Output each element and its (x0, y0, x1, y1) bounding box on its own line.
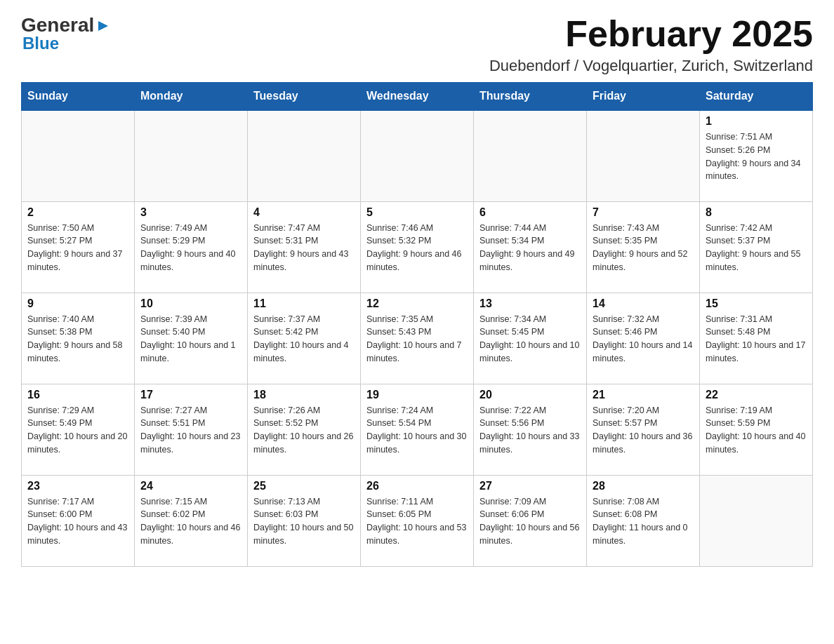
svg-marker-0 (98, 21, 108, 31)
calendar-cell: 10Sunrise: 7:39 AM Sunset: 5:40 PM Dayli… (135, 293, 248, 384)
day-number: 15 (706, 297, 807, 310)
calendar-cell: 18Sunrise: 7:26 AM Sunset: 5:52 PM Dayli… (248, 384, 361, 475)
day-info: Sunrise: 7:11 AM Sunset: 6:05 PM Dayligh… (366, 495, 468, 548)
calendar-cell: 11Sunrise: 7:37 AM Sunset: 5:42 PM Dayli… (248, 293, 361, 384)
logo-arrow-icon (95, 18, 111, 34)
calendar-cell: 26Sunrise: 7:11 AM Sunset: 6:05 PM Dayli… (361, 475, 474, 566)
day-header-sunday: Sunday (22, 83, 135, 111)
page-title: February 2025 (489, 14, 813, 54)
day-number: 13 (479, 297, 581, 310)
day-number: 18 (253, 389, 355, 401)
day-info: Sunrise: 7:50 AM Sunset: 5:27 PM Dayligh… (27, 222, 128, 274)
calendar-cell: 5Sunrise: 7:46 AM Sunset: 5:32 PM Daylig… (361, 201, 474, 293)
day-info: Sunrise: 7:19 AM Sunset: 5:59 PM Dayligh… (706, 404, 807, 457)
calendar-cell: 27Sunrise: 7:09 AM Sunset: 6:06 PM Dayli… (474, 475, 587, 566)
day-number: 27 (479, 480, 581, 492)
day-number: 19 (366, 389, 468, 401)
day-info: Sunrise: 7:40 AM Sunset: 5:38 PM Dayligh… (27, 313, 128, 365)
day-info: Sunrise: 7:29 AM Sunset: 5:49 PM Dayligh… (27, 404, 128, 457)
day-info: Sunrise: 7:42 AM Sunset: 5:37 PM Dayligh… (706, 222, 807, 274)
calendar-cell: 23Sunrise: 7:17 AM Sunset: 6:00 PM Dayli… (22, 475, 135, 566)
day-info: Sunrise: 7:46 AM Sunset: 5:32 PM Dayligh… (366, 222, 468, 274)
day-number: 7 (593, 206, 694, 219)
day-info: Sunrise: 7:31 AM Sunset: 5:48 PM Dayligh… (706, 313, 807, 365)
day-number: 9 (27, 297, 128, 310)
day-number: 4 (253, 206, 355, 219)
day-header-tuesday: Tuesday (248, 83, 361, 111)
day-header-monday: Monday (135, 83, 248, 111)
day-header-saturday: Saturday (700, 83, 813, 111)
day-info: Sunrise: 7:20 AM Sunset: 5:57 PM Dayligh… (593, 404, 694, 457)
day-number: 11 (253, 297, 355, 310)
page-header: General Blue February 2025 Duebendorf / … (21, 14, 813, 75)
day-info: Sunrise: 7:39 AM Sunset: 5:40 PM Dayligh… (140, 313, 241, 365)
day-header-thursday: Thursday (474, 83, 587, 111)
day-info: Sunrise: 7:08 AM Sunset: 6:08 PM Dayligh… (593, 495, 694, 548)
calendar-cell: 24Sunrise: 7:15 AM Sunset: 6:02 PM Dayli… (135, 475, 248, 566)
day-header-friday: Friday (587, 83, 700, 111)
day-info: Sunrise: 7:17 AM Sunset: 6:00 PM Dayligh… (27, 495, 128, 548)
calendar-cell: 6Sunrise: 7:44 AM Sunset: 5:34 PM Daylig… (474, 201, 587, 293)
day-info: Sunrise: 7:43 AM Sunset: 5:35 PM Dayligh… (593, 222, 694, 274)
day-info: Sunrise: 7:47 AM Sunset: 5:31 PM Dayligh… (253, 222, 355, 274)
calendar-cell: 4Sunrise: 7:47 AM Sunset: 5:31 PM Daylig… (248, 201, 361, 293)
calendar-week-4: 16Sunrise: 7:29 AM Sunset: 5:49 PM Dayli… (22, 384, 813, 475)
calendar-cell: 1Sunrise: 7:51 AM Sunset: 5:26 PM Daylig… (700, 110, 813, 201)
logo: General Blue (21, 14, 111, 53)
day-info: Sunrise: 7:09 AM Sunset: 6:06 PM Dayligh… (479, 495, 581, 548)
calendar-cell (248, 110, 361, 201)
calendar-cell: 22Sunrise: 7:19 AM Sunset: 5:59 PM Dayli… (700, 384, 813, 475)
day-number: 16 (27, 389, 128, 401)
day-number: 26 (366, 480, 468, 492)
page-subtitle: Duebendorf / Vogelquartier, Zurich, Swit… (489, 57, 813, 75)
title-block: February 2025 Duebendorf / Vogelquartier… (489, 14, 813, 75)
day-number: 25 (253, 480, 355, 492)
day-number: 3 (140, 206, 241, 219)
day-info: Sunrise: 7:51 AM Sunset: 5:26 PM Dayligh… (706, 130, 807, 183)
day-number: 6 (479, 206, 581, 219)
calendar-week-2: 2Sunrise: 7:50 AM Sunset: 5:27 PM Daylig… (22, 201, 813, 293)
calendar-cell: 20Sunrise: 7:22 AM Sunset: 5:56 PM Dayli… (474, 384, 587, 475)
day-info: Sunrise: 7:37 AM Sunset: 5:42 PM Dayligh… (253, 313, 355, 365)
logo-blue-text: Blue (22, 34, 59, 53)
calendar-cell: 9Sunrise: 7:40 AM Sunset: 5:38 PM Daylig… (22, 293, 135, 384)
day-info: Sunrise: 7:27 AM Sunset: 5:51 PM Dayligh… (140, 404, 241, 457)
calendar-cell: 25Sunrise: 7:13 AM Sunset: 6:03 PM Dayli… (248, 475, 361, 566)
day-number: 28 (593, 480, 694, 492)
calendar-cell (700, 475, 813, 566)
day-info: Sunrise: 7:22 AM Sunset: 5:56 PM Dayligh… (479, 404, 581, 457)
day-number: 1 (706, 115, 807, 128)
day-info: Sunrise: 7:15 AM Sunset: 6:02 PM Dayligh… (140, 495, 241, 548)
calendar-week-1: 1Sunrise: 7:51 AM Sunset: 5:26 PM Daylig… (22, 110, 813, 201)
day-info: Sunrise: 7:13 AM Sunset: 6:03 PM Dayligh… (253, 495, 355, 548)
calendar-header-row: SundayMondayTuesdayWednesdayThursdayFrid… (22, 83, 813, 111)
calendar-cell: 7Sunrise: 7:43 AM Sunset: 5:35 PM Daylig… (587, 201, 700, 293)
day-number: 22 (706, 389, 807, 401)
day-number: 21 (593, 389, 694, 401)
day-number: 23 (27, 480, 128, 492)
calendar-cell: 21Sunrise: 7:20 AM Sunset: 5:57 PM Dayli… (587, 384, 700, 475)
day-info: Sunrise: 7:44 AM Sunset: 5:34 PM Dayligh… (479, 222, 581, 274)
calendar-cell (361, 110, 474, 201)
day-info: Sunrise: 7:49 AM Sunset: 5:29 PM Dayligh… (140, 222, 241, 274)
calendar-cell (474, 110, 587, 201)
day-number: 14 (593, 297, 694, 310)
calendar-cell: 13Sunrise: 7:34 AM Sunset: 5:45 PM Dayli… (474, 293, 587, 384)
day-number: 8 (706, 206, 807, 219)
calendar-cell: 28Sunrise: 7:08 AM Sunset: 6:08 PM Dayli… (587, 475, 700, 566)
day-header-wednesday: Wednesday (361, 83, 474, 111)
calendar-cell: 15Sunrise: 7:31 AM Sunset: 5:48 PM Dayli… (700, 293, 813, 384)
calendar-cell (135, 110, 248, 201)
day-info: Sunrise: 7:24 AM Sunset: 5:54 PM Dayligh… (366, 404, 468, 457)
calendar-cell (22, 110, 135, 201)
day-number: 5 (366, 206, 468, 219)
day-info: Sunrise: 7:34 AM Sunset: 5:45 PM Dayligh… (479, 313, 581, 365)
calendar-cell: 8Sunrise: 7:42 AM Sunset: 5:37 PM Daylig… (700, 201, 813, 293)
day-number: 10 (140, 297, 241, 310)
calendar-cell: 17Sunrise: 7:27 AM Sunset: 5:51 PM Dayli… (135, 384, 248, 475)
calendar-cell: 3Sunrise: 7:49 AM Sunset: 5:29 PM Daylig… (135, 201, 248, 293)
day-number: 12 (366, 297, 468, 310)
day-number: 24 (140, 480, 241, 492)
calendar-cell: 14Sunrise: 7:32 AM Sunset: 5:46 PM Dayli… (587, 293, 700, 384)
calendar-week-3: 9Sunrise: 7:40 AM Sunset: 5:38 PM Daylig… (22, 293, 813, 384)
